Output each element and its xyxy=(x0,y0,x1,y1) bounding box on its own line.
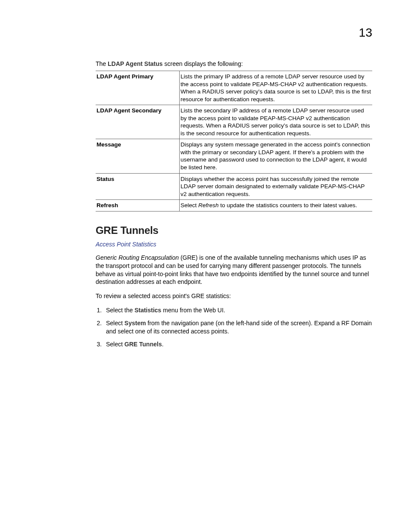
step-bold: System xyxy=(125,320,146,327)
row-desc: Select Refresh to update the statistics … xyxy=(180,200,373,212)
desc-prefix: Select xyxy=(181,202,198,208)
table-row: LDAP Agent Primary Lists the primary IP … xyxy=(96,71,372,105)
step-post: . xyxy=(162,341,164,348)
row-desc: Displays any system message generated in… xyxy=(180,139,373,173)
row-label: Status xyxy=(96,173,180,200)
list-item: Select GRE Tunnels. xyxy=(103,340,372,349)
step-pre: Select xyxy=(106,341,125,348)
ldap-status-table: LDAP Agent Primary Lists the primary IP … xyxy=(96,71,372,212)
intro-bold: LDAP Agent Status xyxy=(108,60,163,67)
row-desc: Displays whether the access point has su… xyxy=(180,173,373,200)
table-row: Status Displays whether the access point… xyxy=(96,173,372,200)
row-label: LDAP Agent Secondary xyxy=(96,105,180,139)
table-row: LDAP Agent Secondary Lists the secondary… xyxy=(96,105,372,139)
steps-list: Select the Statistics menu from the Web … xyxy=(96,306,372,348)
table-row: Refresh Select Refresh to update the sta… xyxy=(96,200,372,212)
row-label: Refresh xyxy=(96,200,180,212)
intro-text: The LDAP Agent Status screen displays th… xyxy=(96,60,372,67)
chapter-number: 13 xyxy=(359,26,372,40)
row-desc: Lists the primary IP address of a remote… xyxy=(180,71,373,105)
row-desc: Lists the secondary IP address of a remo… xyxy=(180,105,373,139)
intro-prefix: The xyxy=(96,60,108,67)
table-row: Message Displays any system message gene… xyxy=(96,139,372,173)
desc-suffix: to update the statistics counters to the… xyxy=(219,202,357,208)
section-heading: GRE Tunnels xyxy=(96,224,372,236)
step-pre: Select the xyxy=(106,307,134,314)
step-pre: Select xyxy=(106,320,125,327)
list-item: Select System from the navigation pane (… xyxy=(103,319,372,336)
step-post: from the navigation pane (on the left-ha… xyxy=(106,320,372,335)
intro-suffix: screen displays the following: xyxy=(163,60,243,67)
step-bold: GRE Tunnels xyxy=(125,341,162,348)
para-italic: Generic Routing Encapsulation xyxy=(96,254,179,261)
row-label: LDAP Agent Primary xyxy=(96,71,180,105)
breadcrumb-link[interactable]: Access Point Statistics xyxy=(96,241,372,248)
section-para-2: To review a selected access point's GRE … xyxy=(96,292,372,300)
step-post: menu from the Web UI. xyxy=(161,307,225,314)
section-para-1: Generic Routing Encapsulation (GRE) is o… xyxy=(96,254,372,286)
row-label: Message xyxy=(96,139,180,173)
step-bold: Statistics xyxy=(134,307,161,314)
list-item: Select the Statistics menu from the Web … xyxy=(103,306,372,315)
desc-italic: Refresh xyxy=(198,202,218,208)
